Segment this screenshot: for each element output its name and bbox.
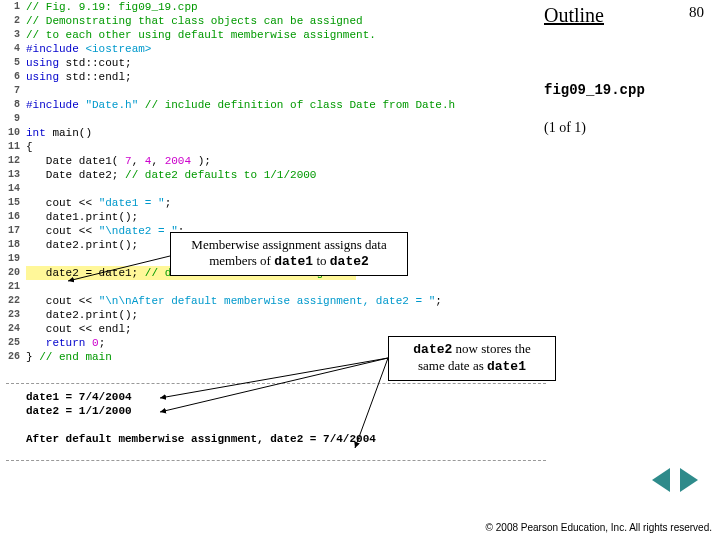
next-button[interactable] [680, 468, 698, 492]
progress-text: (1 of 1) [544, 120, 704, 136]
sidebar: 80 Outline fig09_19.cpp (1 of 1) [544, 4, 704, 136]
code-line: 14 [0, 182, 550, 196]
code-line: 13 Date date2; // date2 defaults to 1/1/… [0, 168, 550, 182]
code-line: 21 [0, 280, 550, 294]
code-line: 15 cout << "date1 = "; [0, 196, 550, 210]
code-line: 4#include <iostream> [0, 42, 550, 56]
code-line: 3// to each other using default memberwi… [0, 28, 550, 42]
code-line: 7 [0, 84, 550, 98]
code-line: 16 date1.print(); [0, 210, 550, 224]
code-line: 8#include "Date.h" // include definition… [0, 98, 550, 112]
copyright: © 2008 Pearson Education, Inc. All right… [486, 522, 712, 534]
code-listing: 1// Fig. 9.19: fig09_19.cpp2// Demonstra… [0, 0, 550, 364]
code-line: 1// Fig. 9.19: fig09_19.cpp [0, 0, 550, 14]
code-line: 2// Demonstrating that class objects can… [0, 14, 550, 28]
code-line: 22 cout << "\n\nAfter default memberwise… [0, 294, 550, 308]
prev-button[interactable] [652, 468, 670, 492]
code-line: 10int main() [0, 126, 550, 140]
program-output: date1 = 7/4/2004 date2 = 1/1/2000 After … [26, 390, 376, 446]
page-number: 80 [689, 4, 704, 21]
code-line: 5using std::cout; [0, 56, 550, 70]
code-line: 9 [0, 112, 550, 126]
divider [6, 460, 546, 461]
code-line: 23 date2.print(); [0, 308, 550, 322]
callout-memberwise: Memberwise assignment assigns data membe… [170, 232, 408, 276]
divider [6, 383, 546, 384]
nav-controls [652, 468, 698, 492]
file-name: fig09_19.cpp [544, 82, 704, 98]
callout-date2: date2 now stores the same date as date1 [388, 336, 556, 381]
outline-heading: Outline [544, 4, 704, 27]
code-line: 12 Date date1( 7, 4, 2004 ); [0, 154, 550, 168]
code-line: 24 cout << endl; [0, 322, 550, 336]
code-line: 11{ [0, 140, 550, 154]
code-line: 6using std::endl; [0, 70, 550, 84]
